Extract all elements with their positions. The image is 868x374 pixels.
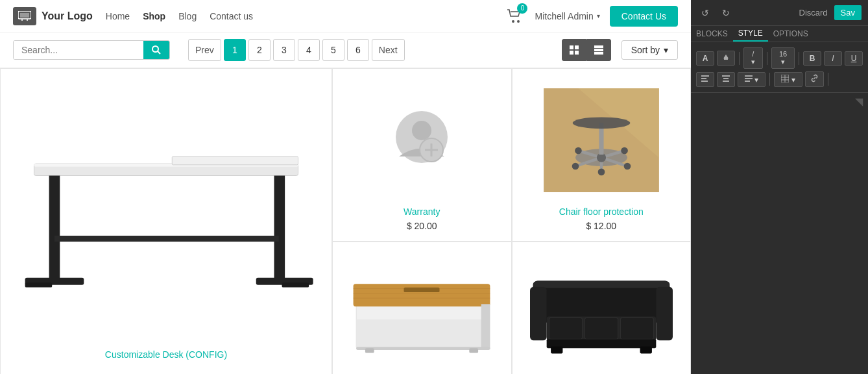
toolbar-row-2: ▾ ▾ — [696, 71, 863, 87]
nav-shop[interactable]: Shop — [143, 11, 165, 21]
svg-rect-1 — [20, 13, 29, 18]
tab-blocks[interactable]: BLOCKS — [691, 26, 733, 42]
svg-point-45 — [572, 117, 630, 129]
svg-rect-24 — [172, 156, 298, 165]
separator-1 — [739, 52, 740, 65]
svg-rect-22 — [282, 282, 309, 287]
main-nav: Home Shop Blog Contact us — [106, 11, 492, 21]
cart-button[interactable]: 0 — [504, 6, 525, 27]
separator-4 — [769, 73, 770, 86]
svg-point-39 — [621, 147, 628, 155]
separator-3 — [799, 52, 799, 65]
sort-button[interactable]: Sort by ▾ — [621, 40, 678, 60]
tab-options[interactable]: OPTIONS — [768, 26, 814, 42]
product-card-warranty[interactable]: Warranty $ 20.00 — [332, 68, 512, 242]
page-1-button[interactable]: 1 — [224, 39, 246, 61]
undo-button[interactable]: ↺ — [697, 6, 713, 19]
next-button[interactable]: Next — [372, 39, 405, 61]
list-icon — [594, 45, 604, 55]
page-5-button[interactable]: 5 — [322, 39, 344, 61]
svg-rect-19 — [274, 176, 285, 284]
cart-badge: 0 — [517, 3, 527, 14]
pagination: Prev 1 2 3 4 5 6 Next — [188, 39, 405, 61]
svg-rect-62 — [549, 318, 582, 339]
table-button[interactable]: ▾ — [774, 72, 802, 87]
sofa-svg — [530, 268, 673, 359]
save-button[interactable]: Sav — [834, 5, 862, 20]
admin-label: Mitchell Admin — [535, 11, 593, 21]
grid-view-button[interactable] — [562, 39, 586, 61]
nav-home[interactable]: Home — [106, 11, 130, 21]
page-3-button[interactable]: 3 — [273, 39, 295, 61]
redo-button[interactable]: ↻ — [718, 6, 734, 19]
product-image-desk — [10, 82, 322, 342]
prev-button[interactable]: Prev — [188, 39, 221, 61]
align-center-button[interactable] — [717, 72, 735, 87]
panel-undo-redo: ↺ ↻ — [697, 6, 734, 19]
svg-rect-65 — [546, 339, 656, 348]
product-card-sofa[interactable]: Three-Seat Sofa — [512, 242, 692, 374]
desk-svg — [10, 92, 322, 332]
nav-blog[interactable]: Blog — [178, 11, 197, 21]
font-color-button[interactable]: A — [696, 51, 714, 66]
product-image-cable — [343, 255, 501, 372]
cable-box-svg — [350, 271, 493, 356]
admin-button[interactable]: Mitchell Admin ▾ — [535, 11, 599, 21]
svg-rect-64 — [620, 318, 653, 339]
list-view-button[interactable] — [586, 39, 611, 61]
svg-rect-12 — [594, 45, 603, 48]
product-card-cable[interactable]: Cable Management Box — [332, 242, 512, 374]
panel-top-bar: ↺ ↻ Discard Sav — [691, 0, 868, 26]
align-center-icon — [722, 75, 730, 82]
svg-rect-75 — [745, 75, 753, 77]
svg-point-42 — [597, 169, 605, 176]
svg-rect-67 — [640, 346, 651, 353]
placeholder-icon — [383, 108, 461, 173]
highlight-button[interactable] — [717, 51, 735, 66]
nav-contact[interactable]: Contact us — [210, 11, 253, 21]
page-6-button[interactable]: 6 — [347, 39, 369, 61]
align-left-icon — [701, 75, 709, 82]
product-card-chair[interactable]: Chair floor protection $ 12.00 — [512, 68, 692, 242]
header: Your Logo Home Shop Blog Contact us 0 — [0, 0, 691, 32]
discard-button[interactable]: Discard — [795, 6, 832, 19]
highlight-icon — [722, 53, 730, 61]
svg-point-40 — [572, 163, 579, 170]
page-4-button[interactable]: 4 — [298, 39, 320, 61]
svg-rect-47 — [356, 319, 487, 349]
right-panel: ↺ ↻ Discard Sav BLOCKS STYLE OPTIONS A /… — [691, 0, 868, 374]
svg-rect-48 — [354, 284, 490, 306]
link-button[interactable] — [805, 71, 824, 87]
shop-toolbar: Prev 1 2 3 4 5 6 Next Sort by ▾ — [0, 32, 691, 68]
tab-style[interactable]: STYLE — [733, 26, 768, 42]
format-button[interactable]: / ▾ — [743, 47, 763, 69]
header-right: 0 Mitchell Admin ▾ Contact Us — [504, 6, 678, 27]
italic-button[interactable]: I — [824, 51, 842, 66]
search-wrap — [13, 40, 170, 60]
svg-rect-9 — [575, 45, 579, 49]
svg-rect-21 — [25, 282, 53, 287]
product-image-sofa — [522, 255, 681, 372]
svg-rect-68 — [724, 58, 728, 60]
product-price-chair: $ 12.00 — [586, 221, 616, 231]
bold-button[interactable]: B — [803, 51, 821, 66]
product-card-desk[interactable]: Customizable Desk (CONFIG) — [0, 68, 332, 374]
page-2-button[interactable]: 2 — [248, 39, 271, 61]
svg-rect-11 — [575, 51, 579, 55]
font-size-button[interactable]: 16 ▾ — [771, 47, 795, 69]
contact-us-button[interactable]: Contact Us — [610, 6, 678, 27]
svg-rect-77 — [745, 81, 750, 82]
align-dropdown-button[interactable]: ▾ — [738, 72, 766, 87]
underline-button[interactable]: U — [845, 51, 863, 66]
product-name-desk: Customizable Desk (CONFIG) — [105, 349, 227, 360]
chair-svg — [536, 88, 666, 192]
svg-point-4 — [512, 20, 514, 23]
main-content: Your Logo Home Shop Blog Contact us 0 — [0, 0, 691, 374]
svg-rect-63 — [585, 318, 618, 339]
logo-icon — [13, 7, 36, 25]
search-button[interactable] — [143, 41, 169, 59]
search-input[interactable] — [14, 41, 143, 59]
svg-rect-60 — [656, 287, 673, 341]
align-left-button[interactable] — [696, 72, 714, 87]
product-image-warranty — [343, 82, 501, 199]
